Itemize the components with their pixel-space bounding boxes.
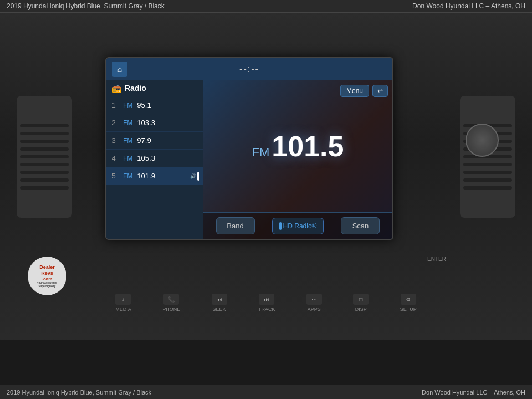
media-icon: ♪ [115, 294, 131, 305]
preset-item-2[interactable]: 2 FM 103.3 [106, 114, 203, 132]
seek-icon: ⏮ [212, 294, 227, 305]
preset-item-4[interactable]: 4 FM 105.3 [106, 150, 203, 167]
seek-button[interactable]: ⏮ SEEK [212, 294, 227, 312]
top-controls: Menu ↩ [340, 85, 388, 97]
home-icon: ⌂ [117, 65, 122, 74]
preset-item-3[interactable]: 3 FM 97.9 [106, 132, 203, 150]
enter-button[interactable]: ENTER [427, 256, 446, 262]
right-knob[interactable] [466, 124, 499, 157]
disp-button[interactable]: □ DISP [353, 294, 369, 312]
screen-header: ⌂ --:-- [106, 58, 392, 80]
scan-button[interactable]: Scan [341, 217, 380, 234]
screen-content: 📻 Radio 1 FM 95.1 2 FM 103.3 3 [106, 80, 392, 239]
infotainment-screen: ⌂ --:-- 📻 Radio 1 FM 95.1 [105, 57, 393, 240]
track-icon: ⏭ [259, 294, 274, 305]
media-button[interactable]: ♪ MEDIA [115, 294, 131, 312]
preset-panel: 📻 Radio 1 FM 95.1 2 FM 103.3 3 [106, 80, 203, 239]
setup-button[interactable]: ⚙ SETUP [400, 294, 417, 312]
bottom-controls: Band HD Radio® Scan [203, 212, 392, 239]
home-button[interactable]: ⌂ [112, 62, 127, 77]
band-button[interactable]: Band [216, 217, 255, 234]
radio-icon: 📻 [112, 84, 121, 93]
time-display: --:-- [239, 64, 259, 74]
now-playing-display: FM 101.5 [203, 80, 392, 212]
frequency-display: FM 101.5 [252, 130, 344, 163]
bottom-bar-left: 2019 Hyundai Ioniq Hybrid Blue, Summit G… [7, 389, 151, 396]
left-vent [17, 96, 72, 218]
main-display: Menu ↩ FM 101.5 Band HD Radio® [203, 80, 392, 239]
playing-indicator: 🔊 [190, 173, 196, 179]
top-bar-title: 2019 Hyundai Ioniq Hybrid Blue, Summit G… [7, 2, 165, 10]
photo-area: ⌂ --:-- 📻 Radio 1 FM 95.1 [0, 13, 532, 340]
frequency-number: 101.5 [272, 130, 344, 163]
active-indicator [197, 172, 200, 181]
phone-icon: 📞 [163, 294, 179, 305]
setup-icon: ⚙ [401, 294, 416, 305]
track-button[interactable]: ⏭ TRACK [258, 294, 275, 312]
watermark-logo: Dealer Revs .com Your Auto Dealer Superh… [28, 257, 66, 295]
menu-button[interactable]: Menu [340, 85, 369, 97]
hd-radio-button[interactable]: HD Radio® [272, 218, 324, 234]
preset-item-5[interactable]: 5 FM 101.9 🔊 [106, 167, 203, 185]
hd-dot [279, 222, 282, 230]
dealerrevs-watermark: Dealer Revs .com Your Auto Dealer Superh… [28, 257, 66, 295]
disp-icon: □ [353, 294, 369, 305]
apps-icon: ⋯ [306, 294, 322, 305]
apps-button[interactable]: ⋯ APPS [306, 294, 322, 312]
preset-item-1[interactable]: 1 FM 95.1 [106, 96, 203, 114]
bottom-bar: 2019 Hyundai Ioniq Hybrid Blue, Summit G… [0, 385, 532, 399]
right-vent [460, 96, 515, 218]
back-button[interactable]: ↩ [372, 85, 388, 97]
top-bar-dealership: Don Wood Hyundai LLC – Athens, OH [412, 2, 525, 10]
phone-button[interactable]: 📞 PHONE [162, 294, 180, 312]
frequency-band: FM [252, 145, 270, 160]
bottom-bar-right: Don Wood Hyundai LLC – Athens, OH [422, 389, 525, 396]
car-controls: ♪ MEDIA 📞 PHONE ⏮ SEEK ⏭ TRACK ⋯ APPS □ … [100, 294, 432, 312]
top-bar: 2019 Hyundai Ioniq Hybrid Blue, Summit G… [0, 0, 532, 13]
radio-title: 📻 Radio [106, 80, 203, 96]
